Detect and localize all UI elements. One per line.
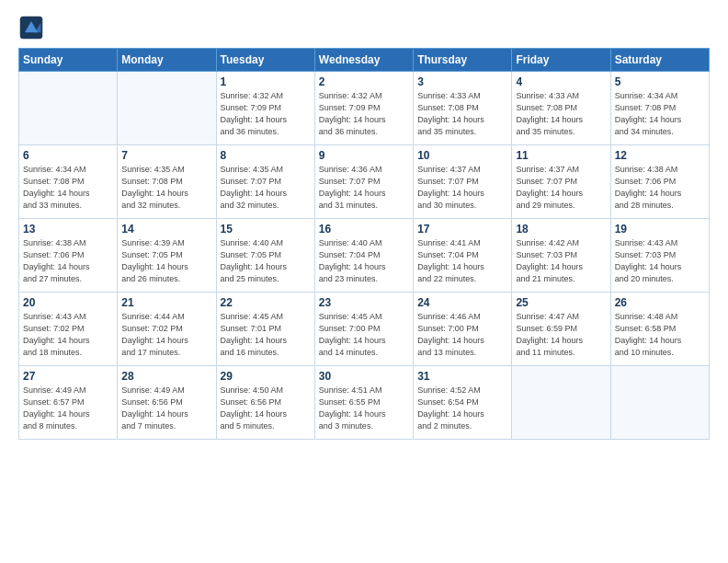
day-cell: 14Sunrise: 4:39 AM Sunset: 7:05 PM Dayli… — [118, 219, 216, 293]
day-number: 7 — [121, 149, 211, 162]
day-cell: 8Sunrise: 4:35 AM Sunset: 7:07 PM Daylig… — [216, 145, 314, 219]
day-number: 29 — [221, 370, 311, 383]
day-info: Sunrise: 4:32 AM Sunset: 7:09 PM Dayligh… — [221, 90, 311, 138]
day-cell: 18Sunrise: 4:42 AM Sunset: 7:03 PM Dayli… — [512, 219, 610, 293]
weekday-header-monday: Monday — [118, 49, 216, 72]
week-row-4: 20Sunrise: 4:43 AM Sunset: 7:02 PM Dayli… — [19, 293, 710, 366]
day-cell: 25Sunrise: 4:47 AM Sunset: 6:59 PM Dayli… — [512, 293, 610, 366]
day-number: 2 — [319, 75, 409, 88]
day-info: Sunrise: 4:33 AM Sunset: 7:08 PM Dayligh… — [516, 90, 606, 138]
day-info: Sunrise: 4:46 AM Sunset: 7:00 PM Dayligh… — [417, 311, 507, 359]
day-cell: 30Sunrise: 4:51 AM Sunset: 6:55 PM Dayli… — [314, 366, 413, 440]
day-number: 3 — [417, 75, 507, 88]
day-cell: 21Sunrise: 4:44 AM Sunset: 7:02 PM Dayli… — [118, 293, 216, 366]
weekday-header-sunday: Sunday — [19, 49, 118, 72]
logo-icon — [18, 15, 44, 40]
day-info: Sunrise: 4:51 AM Sunset: 6:55 PM Dayligh… — [319, 385, 409, 432]
day-number: 17 — [417, 223, 507, 236]
day-cell: 23Sunrise: 4:45 AM Sunset: 7:00 PM Dayli… — [314, 293, 413, 366]
day-info: Sunrise: 4:38 AM Sunset: 7:06 PM Dayligh… — [615, 164, 705, 212]
weekday-header-friday: Friday — [512, 49, 610, 72]
day-cell: 13Sunrise: 4:38 AM Sunset: 7:06 PM Dayli… — [19, 219, 118, 293]
day-info: Sunrise: 4:43 AM Sunset: 7:03 PM Dayligh… — [615, 237, 705, 285]
weekday-header-row: SundayMondayTuesdayWednesdayThursdayFrid… — [19, 49, 710, 72]
header — [18, 15, 710, 40]
logo — [18, 15, 46, 40]
day-cell: 7Sunrise: 4:35 AM Sunset: 7:08 PM Daylig… — [118, 145, 216, 219]
week-row-5: 27Sunrise: 4:49 AM Sunset: 6:57 PM Dayli… — [19, 366, 710, 440]
day-cell: 10Sunrise: 4:37 AM Sunset: 7:07 PM Dayli… — [414, 145, 512, 219]
calendar-table: SundayMondayTuesdayWednesdayThursdayFrid… — [18, 48, 710, 440]
day-cell — [610, 366, 709, 440]
day-number: 22 — [221, 296, 311, 309]
day-cell: 1Sunrise: 4:32 AM Sunset: 7:09 PM Daylig… — [216, 72, 314, 145]
day-cell: 27Sunrise: 4:49 AM Sunset: 6:57 PM Dayli… — [19, 366, 118, 440]
day-number: 23 — [319, 296, 409, 309]
day-info: Sunrise: 4:32 AM Sunset: 7:09 PM Dayligh… — [319, 90, 409, 138]
day-cell: 16Sunrise: 4:40 AM Sunset: 7:04 PM Dayli… — [314, 219, 413, 293]
day-cell — [118, 72, 216, 145]
day-number: 28 — [121, 370, 211, 383]
day-number: 11 — [516, 149, 606, 162]
day-info: Sunrise: 4:44 AM Sunset: 7:02 PM Dayligh… — [121, 311, 211, 359]
day-cell: 20Sunrise: 4:43 AM Sunset: 7:02 PM Dayli… — [19, 293, 118, 366]
day-number: 26 — [615, 296, 705, 309]
day-number: 4 — [516, 75, 606, 88]
day-number: 20 — [23, 296, 113, 309]
day-cell: 9Sunrise: 4:36 AM Sunset: 7:07 PM Daylig… — [314, 145, 413, 219]
day-info: Sunrise: 4:45 AM Sunset: 7:00 PM Dayligh… — [319, 311, 409, 359]
day-number: 8 — [221, 149, 311, 162]
day-cell: 17Sunrise: 4:41 AM Sunset: 7:04 PM Dayli… — [414, 219, 512, 293]
day-info: Sunrise: 4:40 AM Sunset: 7:04 PM Dayligh… — [319, 237, 409, 285]
day-number: 31 — [417, 370, 507, 383]
day-cell: 24Sunrise: 4:46 AM Sunset: 7:00 PM Dayli… — [414, 293, 512, 366]
day-info: Sunrise: 4:37 AM Sunset: 7:07 PM Dayligh… — [417, 164, 507, 212]
day-number: 9 — [319, 149, 409, 162]
day-info: Sunrise: 4:40 AM Sunset: 7:05 PM Dayligh… — [221, 237, 311, 285]
day-cell — [19, 72, 118, 145]
day-number: 5 — [615, 75, 705, 88]
day-info: Sunrise: 4:34 AM Sunset: 7:08 PM Dayligh… — [23, 164, 113, 212]
day-info: Sunrise: 4:38 AM Sunset: 7:06 PM Dayligh… — [23, 237, 113, 285]
weekday-header-wednesday: Wednesday — [314, 49, 413, 72]
day-cell: 5Sunrise: 4:34 AM Sunset: 7:08 PM Daylig… — [610, 72, 709, 145]
day-number: 24 — [417, 296, 507, 309]
day-number: 30 — [319, 370, 409, 383]
day-cell: 26Sunrise: 4:48 AM Sunset: 6:58 PM Dayli… — [610, 293, 709, 366]
day-info: Sunrise: 4:45 AM Sunset: 7:01 PM Dayligh… — [221, 311, 311, 359]
day-cell: 2Sunrise: 4:32 AM Sunset: 7:09 PM Daylig… — [314, 72, 413, 145]
page: SundayMondayTuesdayWednesdayThursdayFrid… — [0, 0, 728, 454]
day-cell: 31Sunrise: 4:52 AM Sunset: 6:54 PM Dayli… — [414, 366, 512, 440]
day-number: 12 — [615, 149, 705, 162]
day-info: Sunrise: 4:37 AM Sunset: 7:07 PM Dayligh… — [516, 164, 606, 212]
week-row-1: 1Sunrise: 4:32 AM Sunset: 7:09 PM Daylig… — [19, 72, 710, 145]
day-cell — [512, 366, 610, 440]
day-info: Sunrise: 4:49 AM Sunset: 6:57 PM Dayligh… — [23, 385, 113, 432]
day-cell: 22Sunrise: 4:45 AM Sunset: 7:01 PM Dayli… — [216, 293, 314, 366]
day-number: 13 — [23, 223, 113, 236]
day-info: Sunrise: 4:48 AM Sunset: 6:58 PM Dayligh… — [615, 311, 705, 359]
day-info: Sunrise: 4:47 AM Sunset: 6:59 PM Dayligh… — [516, 311, 606, 359]
day-number: 21 — [121, 296, 211, 309]
day-info: Sunrise: 4:34 AM Sunset: 7:08 PM Dayligh… — [615, 90, 705, 138]
day-number: 19 — [615, 223, 705, 236]
day-number: 16 — [319, 223, 409, 236]
day-cell: 11Sunrise: 4:37 AM Sunset: 7:07 PM Dayli… — [512, 145, 610, 219]
day-info: Sunrise: 4:43 AM Sunset: 7:02 PM Dayligh… — [23, 311, 113, 359]
day-info: Sunrise: 4:49 AM Sunset: 6:56 PM Dayligh… — [121, 385, 211, 432]
day-info: Sunrise: 4:50 AM Sunset: 6:56 PM Dayligh… — [221, 385, 311, 432]
day-info: Sunrise: 4:52 AM Sunset: 6:54 PM Dayligh… — [417, 385, 507, 432]
day-number: 25 — [516, 296, 606, 309]
day-info: Sunrise: 4:41 AM Sunset: 7:04 PM Dayligh… — [417, 237, 507, 285]
day-cell: 4Sunrise: 4:33 AM Sunset: 7:08 PM Daylig… — [512, 72, 610, 145]
weekday-header-saturday: Saturday — [610, 49, 709, 72]
day-number: 1 — [221, 75, 311, 88]
week-row-2: 6Sunrise: 4:34 AM Sunset: 7:08 PM Daylig… — [19, 145, 710, 219]
weekday-header-tuesday: Tuesday — [216, 49, 314, 72]
day-info: Sunrise: 4:35 AM Sunset: 7:07 PM Dayligh… — [221, 164, 311, 212]
day-number: 18 — [516, 223, 606, 236]
day-number: 15 — [221, 223, 311, 236]
day-number: 14 — [121, 223, 211, 236]
day-info: Sunrise: 4:36 AM Sunset: 7:07 PM Dayligh… — [319, 164, 409, 212]
day-info: Sunrise: 4:42 AM Sunset: 7:03 PM Dayligh… — [516, 237, 606, 285]
